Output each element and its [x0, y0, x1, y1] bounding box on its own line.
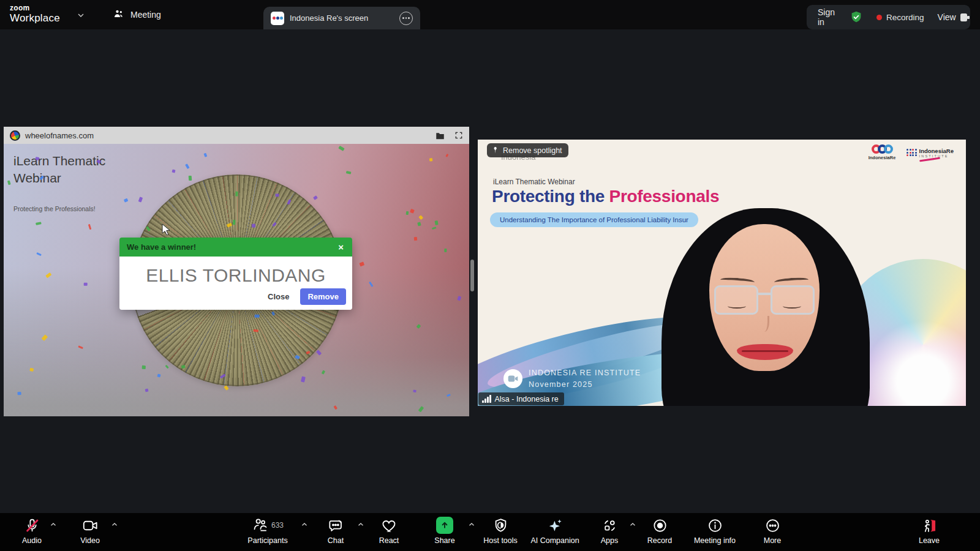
pin-icon	[491, 146, 499, 154]
camera-icon	[82, 516, 99, 534]
winner-dialog-body: ELLIS TORLINDANG Close Remove	[119, 257, 352, 310]
tab-meeting-label: Meeting	[130, 10, 161, 20]
toolbar-host-tools-label: Host tools	[483, 536, 518, 545]
meeting-people-icon	[113, 8, 125, 22]
winner-dialog-header: We have a winner! ×	[119, 238, 352, 257]
toolbar-video-label: Video	[80, 536, 100, 545]
glasses-lens	[771, 285, 815, 315]
wheelofnames-logo-icon	[10, 130, 20, 141]
leave-door-icon	[921, 516, 938, 534]
shared-screen-titlebar: wheelofnames.com	[4, 127, 469, 144]
logo-workplace-text: Workplace	[10, 13, 60, 23]
shared-screen-url: wheelofnames.com	[25, 131, 431, 140]
winner-dialog: We have a winner! × ELLIS TORLINDANG Clo…	[119, 238, 352, 310]
dialog-close-button[interactable]: Close	[264, 290, 293, 304]
meeting-stage: wheelofnames.com iLearn Thematic Webinar…	[0, 29, 980, 513]
speaker-video-panel: Indonesia Remove spotlight IndonesiaRe I…	[478, 140, 966, 406]
speaker-lips	[737, 344, 793, 360]
view-layout-icon	[960, 13, 970, 21]
logo-zoom-text: zoom	[10, 4, 60, 12]
glasses-lens	[714, 285, 758, 315]
tab-shared-screen[interactable]: Indonesia Re's screen	[263, 7, 420, 29]
heart-icon	[381, 516, 398, 534]
participants-icon	[252, 516, 268, 535]
recording-indicator[interactable]: Recording	[869, 13, 932, 22]
toolbar-audio-label: Audio	[22, 536, 42, 545]
toolbar-participants-label: Participants	[247, 536, 287, 545]
toolbar-more[interactable]: More	[739, 516, 806, 545]
participant-name: Alsa - Indonesia re	[495, 395, 559, 403]
indonesia-re-app-icon	[271, 12, 284, 25]
video-watermark: INDONESIA RE INSTITUTE November 2025	[503, 367, 641, 391]
chevron-down-icon[interactable]	[76, 10, 86, 23]
speaker-person	[662, 208, 870, 406]
dialog-close-x-icon[interactable]: ×	[337, 242, 345, 252]
toolbar-react-label: React	[379, 536, 399, 545]
sign-in-button[interactable]: Sign in	[807, 7, 843, 27]
toolbar-share-label: Share	[434, 536, 454, 545]
indonesia-re-logo: IndonesiaRe	[862, 144, 902, 160]
participant-name-tag: Alsa - Indonesia re	[478, 392, 564, 405]
shield-icon	[492, 516, 509, 534]
top-bar: zoom Workplace Meeting Indonesia Re's sc…	[0, 0, 980, 29]
dialog-remove-button[interactable]: Remove	[300, 288, 346, 305]
toolbar-chat-label: Chat	[328, 536, 344, 545]
share-up-arrow-icon	[436, 517, 453, 534]
toolbar-apps-label: Apps	[601, 536, 619, 545]
remove-spotlight-button[interactable]: Remove spotlight	[487, 143, 568, 157]
mic-muted-icon	[24, 516, 40, 534]
sparkle-icon	[547, 516, 564, 534]
toolbar-more-label: More	[764, 536, 781, 545]
speaker-face	[709, 224, 820, 371]
shared-screen-panel: wheelofnames.com iLearn Thematic Webinar…	[4, 127, 469, 416]
toolbar-ai-companion-label: AI Companion	[530, 536, 579, 545]
panel-resize-handle[interactable]	[470, 260, 474, 291]
tab-options-ellipsis-icon[interactable]	[399, 12, 413, 25]
expand-icon[interactable]	[454, 131, 463, 140]
bottom-toolbar: Audio Video 633 Participants Chat	[0, 513, 980, 551]
tab-shared-screen-label: Indonesia Re's screen	[290, 13, 394, 23]
top-right-controls: Sign in Recording View	[807, 5, 970, 29]
view-button[interactable]: View	[932, 12, 978, 22]
mouse-cursor	[162, 223, 171, 238]
winner-dialog-title: We have a winner!	[127, 242, 337, 252]
connection-signal-icon	[482, 395, 491, 403]
recording-dot-icon	[876, 15, 882, 20]
chat-icon	[328, 516, 344, 534]
wheel-page-title: iLearn Thematic Webinar	[13, 152, 105, 187]
security-shield-icon[interactable]	[843, 10, 869, 24]
zoom-workplace-logo: zoom Workplace	[10, 4, 60, 23]
slide-title: Protecting the Professionals	[492, 187, 719, 206]
toolbar-meeting-info-label: Meeting info	[694, 536, 736, 545]
folder-icon[interactable]	[435, 132, 445, 140]
winner-name: ELLIS TORLINDANG	[119, 265, 352, 286]
indonesia-re-institute-logo: IndonesiaRe INSTITUTE	[907, 148, 954, 160]
apps-icon	[601, 516, 618, 534]
toolbar-leave-label: Leave	[919, 536, 940, 545]
participants-count: 633	[271, 521, 284, 530]
video-chevron-icon[interactable]	[110, 520, 119, 531]
toolbar-participants[interactable]: 633 Participants	[234, 516, 301, 545]
view-label: View	[938, 12, 956, 22]
record-icon	[652, 516, 668, 534]
info-icon	[707, 516, 723, 534]
zoom-camera-badge-icon	[503, 369, 522, 388]
recording-label: Recording	[886, 13, 924, 22]
wheel-page-subtitle: Protecting the Professionals!	[13, 205, 96, 212]
toolbar-record-label: Record	[647, 536, 672, 545]
ellipsis-icon	[764, 516, 781, 534]
slide-kicker: iLearn Thematic Webinar	[493, 178, 575, 186]
shared-screen-content: iLearn Thematic Webinar Protecting the P…	[4, 144, 469, 416]
tab-meeting[interactable]: Meeting	[105, 0, 168, 29]
toolbar-leave[interactable]: Leave	[895, 516, 963, 545]
